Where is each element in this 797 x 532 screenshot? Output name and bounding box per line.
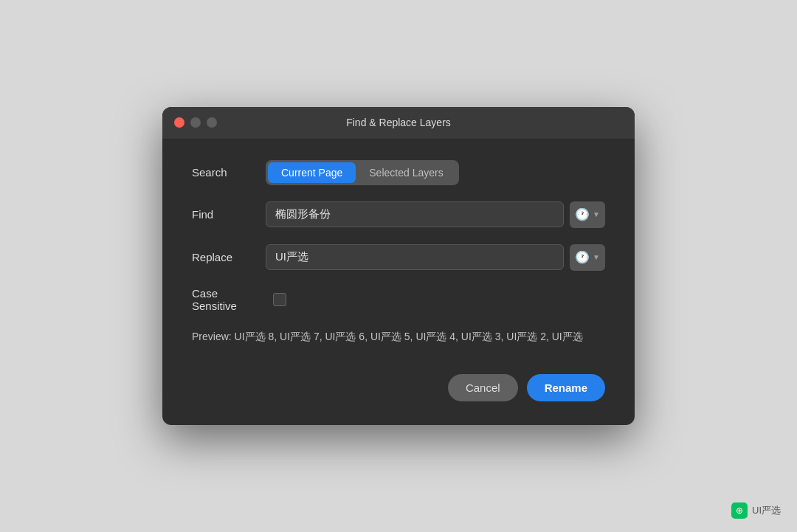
find-label: Find [192,208,266,221]
replace-input-group: 🕐 ▼ [266,244,605,271]
tab-selected-layers[interactable]: Selected Layers [356,162,456,183]
case-sensitive-row: Case Sensitive [192,287,605,312]
tab-current-page[interactable]: Current Page [268,162,356,183]
titlebar: Find & Replace Layers [162,107,635,139]
dialog-window: Find & Replace Layers Search Current Pag… [162,107,635,425]
rename-button[interactable]: Rename [527,374,605,401]
wechat-icon: ⊕ [731,502,748,519]
replace-history-button[interactable]: 🕐 ▼ [570,244,605,271]
history-icon: 🕐 [575,207,590,221]
find-history-button[interactable]: 🕐 ▼ [570,201,605,228]
preview-text: Preview: UI严选 8, UI严选 7, UI严选 6, UI严选 5,… [192,328,605,345]
watermark-text: UI严选 [752,504,781,517]
replace-row: Replace 🕐 ▼ [192,244,605,271]
find-input[interactable] [266,201,564,227]
search-row: Search Current Page Selected Layers [192,160,605,185]
maximize-button[interactable] [207,117,217,128]
replace-input[interactable] [266,244,564,270]
dialog-content: Search Current Page Selected Layers Find… [162,139,635,425]
case-sensitive-checkbox[interactable] [273,293,286,306]
dialog-title: Find & Replace Layers [346,117,451,128]
close-button[interactable] [174,117,184,128]
minimize-button[interactable] [190,117,201,128]
find-input-group: 🕐 ▼ [266,201,605,228]
watermark: ⊕ UI严选 [731,502,781,519]
find-row: Find 🕐 ▼ [192,201,605,228]
traffic-lights [174,117,217,128]
chevron-down-icon: ▼ [593,253,600,261]
chevron-down-icon: ▼ [593,210,600,218]
dialog-footer: Cancel Rename [192,374,605,401]
history-icon: 🕐 [575,250,590,264]
search-label: Search [192,166,266,179]
app-background: Find & Replace Layers Search Current Pag… [0,0,797,532]
scope-segmented-control: Current Page Selected Layers [266,160,459,185]
cancel-button[interactable]: Cancel [448,374,518,401]
case-sensitive-label: Case Sensitive [192,287,266,312]
replace-label: Replace [192,251,266,263]
